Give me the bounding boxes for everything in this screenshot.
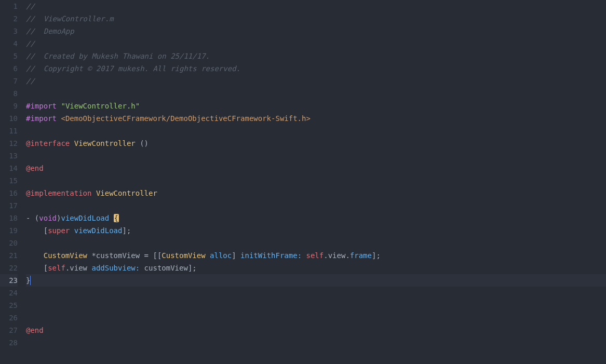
line-number: 6 [0, 62, 18, 75]
token-punct [302, 251, 306, 260]
line-number: 22 [0, 262, 18, 274]
token-keyword-at: @interface [26, 139, 70, 147]
code-line[interactable]: // Copyright © 2017 mukesh. All rights r… [26, 62, 606, 75]
line-number: 11 [0, 125, 18, 137]
line-number: 19 [0, 224, 18, 237]
line-number: 9 [0, 100, 18, 112]
token-punct: ]; [122, 226, 131, 235]
line-number: 1 [0, 0, 18, 12]
token-punct: [ [26, 264, 48, 272]
code-line[interactable]: // ViewController.m [26, 12, 606, 25]
code-line[interactable]: @implementation ViewController [26, 187, 606, 199]
code-line[interactable]: #import <DemoObjectiveCFramework/DemoObj… [26, 112, 606, 125]
token-brace-hl: { [114, 214, 119, 222]
code-line[interactable]: - (void)viewDidLoad { [26, 212, 606, 224]
line-number: 27 [0, 324, 18, 336]
line-number: 26 [0, 312, 18, 324]
line-number: 25 [0, 299, 18, 312]
line-number: 14 [0, 162, 18, 174]
token-string: "ViewController.h" [61, 102, 140, 110]
token-prop: view [328, 251, 346, 260]
token-comment: // [26, 39, 35, 48]
line-number: 10 [0, 112, 18, 125]
code-line[interactable]: // [26, 0, 606, 12]
token-method: addSubview: [91, 264, 140, 272]
token-punct: - ( [26, 214, 39, 222]
code-line[interactable] [26, 287, 606, 299]
token-method: initWithFrame: [240, 251, 302, 260]
code-line[interactable] [26, 87, 606, 100]
token-punct: [ [26, 226, 48, 235]
line-number: 20 [0, 237, 18, 249]
code-line[interactable]: // [26, 75, 606, 87]
token-type: CustomView [44, 251, 87, 260]
token-punct [91, 189, 96, 197]
code-line[interactable]: [super viewDidLoad]; [26, 224, 606, 237]
token-hash: #import [26, 114, 57, 123]
token-punct [70, 226, 74, 235]
code-line[interactable] [26, 336, 606, 349]
code-line[interactable] [26, 125, 606, 137]
token-punct: () [136, 139, 149, 147]
line-number: 23 [0, 274, 18, 287]
code-line[interactable] [26, 237, 606, 249]
line-number: 15 [0, 174, 18, 187]
token-method: viewDidLoad [61, 214, 109, 222]
code-line[interactable]: @end [26, 162, 606, 174]
token-type: ViewController [74, 139, 136, 147]
code-line[interactable] [26, 199, 606, 212]
code-editor[interactable]: 1234567891011121314151617181920212223242… [0, 0, 606, 364]
line-number: 4 [0, 37, 18, 50]
line-number: 13 [0, 150, 18, 162]
token-type: CustomView [161, 251, 205, 260]
code-line[interactable]: #import "ViewController.h" [26, 100, 606, 112]
token-keyword-at: @implementation [26, 189, 91, 197]
code-line[interactable]: @interface ViewController () [26, 137, 606, 150]
token-punct: } [26, 276, 30, 285]
code-line[interactable]: // DemoApp [26, 25, 606, 37]
token-punct [26, 251, 44, 260]
token-comment: // Created by Mukesh Thawani on 25/11/17… [26, 52, 210, 60]
line-number: 28 [0, 336, 18, 349]
line-number: 24 [0, 287, 18, 299]
line-number: 17 [0, 199, 18, 212]
line-number: 21 [0, 249, 18, 262]
token-punct [109, 214, 113, 222]
code-line[interactable] [26, 150, 606, 162]
token-comment: // [26, 2, 35, 10]
token-prop: view [70, 264, 87, 272]
token-self: self [48, 264, 65, 272]
token-comment: // Copyright © 2017 mukesh. All rights r… [26, 64, 240, 73]
token-comment: // [26, 77, 35, 85]
token-punct: . [345, 251, 349, 260]
token-method: frame [350, 251, 372, 260]
cursor [30, 276, 31, 285]
token-comment: // ViewController.m [26, 15, 114, 23]
token-punct: *customView = [[ [87, 251, 161, 260]
code-line[interactable]: // [26, 37, 606, 50]
token-self: super [48, 226, 70, 235]
code-line[interactable]: [self.view addSubview: customView]; [26, 262, 606, 274]
code-line[interactable]: } [26, 274, 606, 287]
line-number: 16 [0, 187, 18, 199]
code-content[interactable]: //// ViewController.m// DemoApp//// Crea… [22, 0, 606, 364]
line-number: 2 [0, 12, 18, 25]
line-number: 12 [0, 137, 18, 150]
token-punct: . [324, 251, 328, 260]
token-punct: ] [232, 251, 240, 260]
token-punct [206, 251, 210, 260]
token-hash: #import [26, 102, 57, 110]
code-line[interactable]: // Created by Mukesh Thawani on 25/11/17… [26, 50, 606, 62]
line-number: 3 [0, 25, 18, 37]
code-line[interactable]: @end [26, 324, 606, 336]
token-method: viewDidLoad [74, 226, 123, 235]
line-number: 7 [0, 75, 18, 87]
token-string-angle: <DemoObjectiveCFramework/DemoObjectiveCF… [61, 114, 310, 123]
line-number: 8 [0, 87, 18, 100]
line-number: 18 [0, 212, 18, 224]
code-line[interactable] [26, 312, 606, 324]
code-line[interactable] [26, 299, 606, 312]
token-punct [70, 139, 74, 147]
code-line[interactable] [26, 174, 606, 187]
code-line[interactable]: CustomView *customView = [[CustomView al… [26, 249, 606, 262]
